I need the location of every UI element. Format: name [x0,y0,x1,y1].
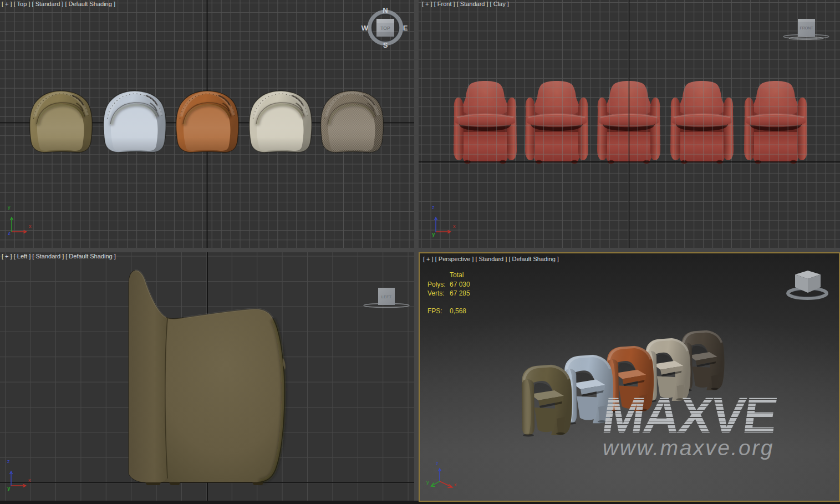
svg-text:y: y [426,480,429,485]
svg-text:W: W [362,24,369,32]
svg-text:N: N [383,6,388,14]
svg-text:TOP: TOP [380,26,390,31]
svg-text:S: S [383,41,388,49]
svg-text:LEFT: LEFT [381,294,392,299]
svg-text:x: x [28,477,31,483]
svg-text:E: E [403,24,408,32]
svg-text:z: z [7,459,10,464]
svg-text:x: x [453,223,456,229]
svg-text:z: z [432,205,435,210]
svg-text:y: y [432,231,435,237]
svg-text:FRONT: FRONT [800,26,813,30]
svg-text:y: y [8,205,11,210]
svg-text:x: x [29,223,32,229]
svg-text:x: x [454,482,457,487]
svg-text:z: z [8,230,11,236]
svg-text:z: z [436,461,439,466]
svg-text:y: y [7,485,11,491]
